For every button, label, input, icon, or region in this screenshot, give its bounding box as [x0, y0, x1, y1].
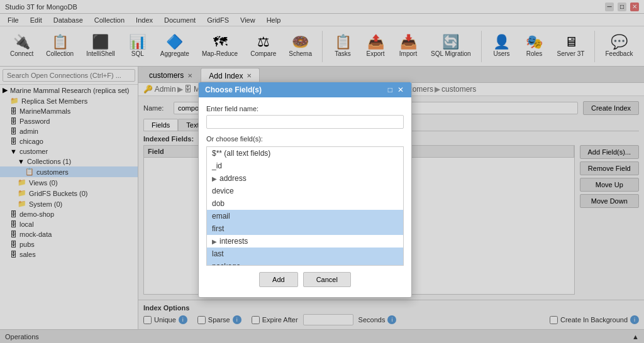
list-item-label: last — [212, 249, 224, 258]
modal-title: Choose Field(s) — [205, 85, 262, 94]
field-list: $** (all text fields) _id ▶ address devi… — [206, 146, 404, 266]
list-item-label: email — [212, 212, 230, 220]
modal-close-button[interactable]: ✕ — [396, 85, 405, 94]
list-item-last[interactable]: last — [207, 248, 403, 260]
list-item-label: first — [212, 224, 224, 233]
list-item-address[interactable]: ▶ address — [207, 172, 403, 185]
modal-maximize-button[interactable]: □ — [387, 85, 394, 94]
modal-body: Enter field name: Or choose field(s): $*… — [199, 97, 411, 297]
modal-overlay: Choose Field(s) □ ✕ Enter field name: Or… — [0, 0, 644, 343]
list-item-email[interactable]: email — [207, 210, 403, 222]
list-item-label: device — [212, 187, 234, 195]
cancel-button[interactable]: Cancel — [303, 272, 351, 287]
list-item-label: interests — [219, 237, 248, 246]
add-button[interactable]: Add — [259, 272, 298, 287]
list-item-label: $** (all text fields) — [212, 149, 270, 158]
list-item-label: address — [219, 174, 247, 183]
list-item-package[interactable]: package — [207, 260, 403, 266]
or-choose-label: Or choose field(s): — [206, 135, 404, 143]
list-item-dob[interactable]: dob — [207, 197, 403, 210]
modal-footer: Add Cancel — [206, 272, 404, 290]
list-item-label: _id — [212, 161, 222, 170]
expand-icon: ▶ — [212, 238, 217, 245]
expand-icon: ▶ — [212, 175, 217, 182]
list-item-device[interactable]: device — [207, 185, 403, 197]
list-item-first[interactable]: first — [207, 222, 403, 235]
field-name-label: Enter field name: — [206, 105, 404, 112]
choose-fields-modal: Choose Field(s) □ ✕ Enter field name: Or… — [198, 82, 412, 298]
modal-titlebar: Choose Field(s) □ ✕ — [199, 82, 411, 97]
list-item-id[interactable]: _id — [207, 160, 403, 172]
list-item-label: package — [212, 262, 240, 266]
list-item-interests[interactable]: ▶ interests — [207, 235, 403, 248]
field-name-input[interactable] — [206, 115, 404, 129]
list-item-all-text[interactable]: $** (all text fields) — [207, 147, 403, 160]
list-item-label: dob — [212, 199, 225, 208]
modal-titlebar-buttons: □ ✕ — [387, 85, 405, 94]
